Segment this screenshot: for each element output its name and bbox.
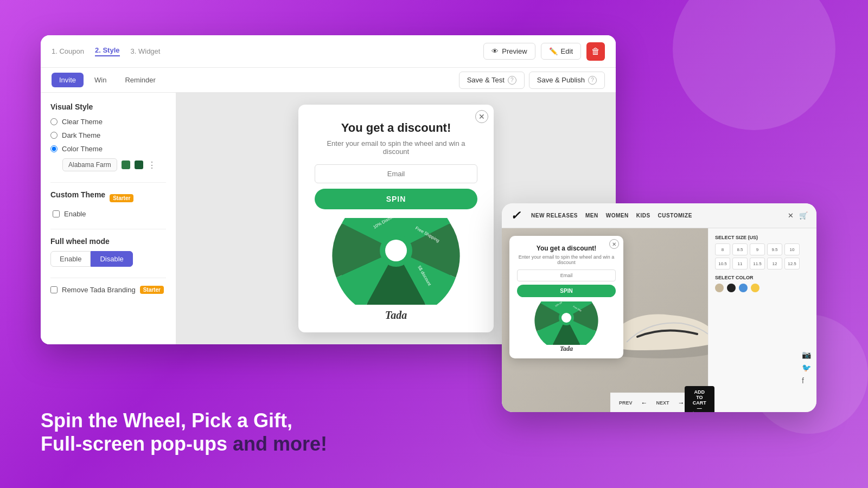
- nav-women[interactable]: WOMEN: [606, 213, 629, 219]
- color-theme-option[interactable]: Color Theme: [50, 145, 166, 153]
- popup-spin-button[interactable]: SPIN: [315, 189, 477, 209]
- size-11-5[interactable]: 11.5: [750, 258, 765, 269]
- color-dots-row: [715, 284, 810, 292]
- save-test-button[interactable]: Save & Test ?: [459, 72, 525, 89]
- mini-wheel-container: Free Ship 10% Off: [534, 301, 599, 345]
- subtabs-right: Save & Test ? Save & Publish ?: [459, 72, 605, 89]
- remove-branding-checkbox[interactable]: [50, 286, 58, 293]
- nav-kids[interactable]: KIDS: [636, 213, 650, 219]
- search-icon[interactable]: ✕: [788, 211, 794, 220]
- mini-tada-brand: Tada: [517, 345, 616, 353]
- visual-style-section: Visual Style Clear Theme Dark Theme Colo…: [50, 102, 166, 171]
- custom-theme-section: Custom Theme Starter Enable: [50, 190, 166, 218]
- wheel-container: Free Shipping 10% Discount 5$ discount: [331, 218, 461, 305]
- eye-icon: 👁: [492, 47, 499, 55]
- swatch-dark-green[interactable]: [135, 160, 143, 169]
- preview-button[interactable]: 👁 Preview: [483, 43, 535, 60]
- prev-label[interactable]: PREV: [619, 400, 633, 406]
- mini-spin-button[interactable]: SPIN: [517, 285, 616, 297]
- tab-reminder[interactable]: Reminder: [117, 73, 163, 87]
- bottom-text: Spin the Wheel, Pick a Gift, Full-screen…: [41, 409, 327, 455]
- size-9[interactable]: 9: [750, 243, 765, 255]
- divider-1: [50, 182, 166, 183]
- tablet-bottom-bar: PREV ← NEXT → ADD TO CART — $95.97: [610, 393, 708, 412]
- add-to-cart-button[interactable]: ADD TO CART — $95.97: [685, 386, 715, 413]
- nike-logo: ✓: [510, 209, 520, 223]
- color-black[interactable]: [727, 284, 736, 292]
- mini-email-input[interactable]: [517, 269, 616, 281]
- svg-point-10: [561, 313, 571, 323]
- prev-arrow[interactable]: ←: [641, 399, 648, 407]
- clear-theme-radio[interactable]: [50, 118, 58, 125]
- clear-theme-option[interactable]: Clear Theme: [50, 118, 166, 126]
- next-label[interactable]: NEXT: [656, 400, 669, 406]
- mini-popup-title: You get a discount!: [517, 245, 616, 252]
- delete-button[interactable]: 🗑: [586, 42, 605, 61]
- nav-new-releases[interactable]: NEW RELEASES: [531, 213, 578, 219]
- bottom-text-dark: and more!: [233, 433, 327, 455]
- nav-step-coupon[interactable]: 1. Coupon: [52, 47, 84, 55]
- tablet-card: ✓ NEW RELEASES MEN WOMEN KIDS CUSTOMIZE …: [502, 203, 816, 412]
- spin-wheel-svg: Free Shipping 10% Discount 5$ discount: [331, 218, 461, 305]
- nav-step-widget[interactable]: 3. Widget: [131, 47, 161, 55]
- more-options-btn[interactable]: ⋮: [148, 160, 156, 170]
- enable-custom-theme-option[interactable]: Enable: [53, 210, 166, 218]
- nav-men[interactable]: MEN: [585, 213, 598, 219]
- nav-step-style[interactable]: 2. Style: [95, 46, 120, 56]
- color-theme-radio[interactable]: [50, 145, 58, 152]
- pencil-icon: ✏️: [549, 47, 558, 55]
- custom-theme-title: Custom Theme: [50, 190, 105, 199]
- size-10-5[interactable]: 10.5: [715, 258, 730, 269]
- edit-label: Edit: [561, 47, 573, 55]
- dark-theme-radio[interactable]: [50, 132, 58, 139]
- color-theme-label: Color Theme: [62, 145, 103, 153]
- cart-icon[interactable]: 🛒: [799, 211, 808, 220]
- instagram-icon[interactable]: 📷: [802, 350, 811, 359]
- enable-checkbox[interactable]: [53, 210, 60, 217]
- save-publish-label: Save & Publish: [537, 76, 585, 84]
- enable-toggle[interactable]: Enable: [50, 251, 91, 267]
- color-blue[interactable]: [739, 284, 748, 292]
- color-tan[interactable]: [715, 284, 724, 292]
- popup-email-input[interactable]: [315, 164, 477, 183]
- color-theme-row: Alabama Farm ⋮: [62, 158, 166, 171]
- remove-branding-row: Remove Tada Branding Starter: [50, 286, 166, 294]
- bg-circle-1: [673, 0, 835, 130]
- next-arrow[interactable]: →: [678, 399, 685, 407]
- mini-popup-close-button[interactable]: ✕: [609, 239, 619, 249]
- bottom-text-white: Full-screen pop-ups: [41, 433, 233, 455]
- size-8[interactable]: 8: [715, 243, 730, 255]
- tab-invite[interactable]: Invite: [52, 73, 84, 87]
- edit-button[interactable]: ✏️ Edit: [541, 43, 581, 60]
- size-12[interactable]: 12: [767, 258, 782, 269]
- swatch-green[interactable]: [122, 160, 130, 169]
- left-panel: Visual Style Clear Theme Dark Theme Colo…: [41, 93, 176, 344]
- divider-3: [50, 278, 166, 278]
- visual-style-title: Visual Style: [50, 102, 166, 111]
- starter-badge: Starter: [110, 194, 133, 202]
- preview-label: Preview: [502, 47, 527, 55]
- popup-close-button[interactable]: ✕: [475, 110, 488, 123]
- save-publish-button[interactable]: Save & Publish ?: [529, 72, 605, 89]
- facebook-icon[interactable]: f: [802, 376, 811, 385]
- popup-modal: ✕ You get a discount! Enter your email t…: [298, 105, 494, 332]
- subtabs-left: Invite Win Reminder: [52, 73, 454, 87]
- size-9-5[interactable]: 9.5: [767, 243, 782, 255]
- trash-icon: 🗑: [591, 47, 600, 56]
- color-yellow[interactable]: [751, 284, 760, 292]
- size-8-5[interactable]: 8.5: [732, 243, 748, 255]
- mini-popup: ✕ You get a discount! Enter your email t…: [509, 236, 623, 358]
- theme-name: Alabama Farm: [62, 158, 117, 171]
- divider-2: [50, 229, 166, 229]
- twitter-icon[interactable]: 🐦: [802, 363, 811, 372]
- prev-next: PREV ← NEXT →: [619, 399, 685, 407]
- size-11[interactable]: 11: [732, 258, 748, 269]
- dark-theme-option[interactable]: Dark Theme: [50, 131, 166, 139]
- svg-point-2: [385, 240, 407, 261]
- disable-toggle[interactable]: Disable: [91, 251, 132, 267]
- tab-win[interactable]: Win: [87, 73, 114, 87]
- size-10[interactable]: 10: [784, 243, 800, 255]
- size-12-5[interactable]: 12.5: [784, 258, 800, 269]
- popup-title: You get a discount!: [315, 121, 477, 135]
- nav-customize[interactable]: CUSTOMIZE: [658, 213, 692, 219]
